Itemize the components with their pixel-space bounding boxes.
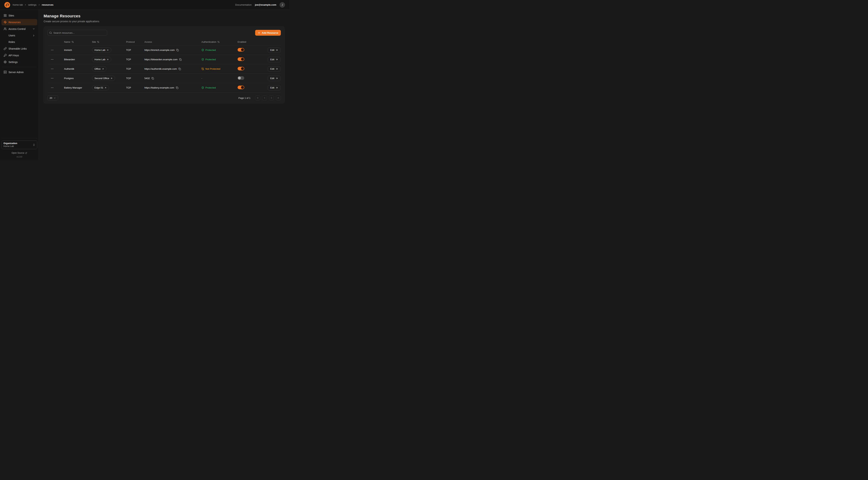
- header-name[interactable]: Name: [64, 40, 92, 43]
- enabled-toggle[interactable]: [238, 67, 244, 70]
- topbar: home-lab settings resources Documentatio…: [0, 0, 289, 10]
- site-link[interactable]: Office: [92, 66, 106, 71]
- table-row: Bitwarden Home Lab TCP https://bitwarden…: [48, 55, 281, 64]
- sidebar-item-label: Shareable Links: [8, 47, 27, 50]
- add-resource-button[interactable]: Add Resource: [255, 30, 281, 36]
- organization-label: Organization: [3, 142, 17, 145]
- shield-check-icon: [202, 49, 204, 51]
- row-menu-icon[interactable]: [51, 58, 54, 61]
- copy-icon[interactable]: [176, 49, 179, 51]
- sidebar-item-access-control[interactable]: Access Control: [1, 26, 37, 32]
- resource-name: Authentik: [64, 67, 92, 70]
- gear-icon: [4, 60, 7, 63]
- search-wrap: [48, 30, 107, 36]
- table-row: Battery Manager Edge 01 TCP https://batt…: [48, 83, 281, 92]
- copy-icon[interactable]: [151, 77, 154, 80]
- link-icon: [4, 47, 7, 50]
- row-menu-icon[interactable]: [51, 77, 54, 80]
- enabled-toggle[interactable]: [238, 86, 244, 89]
- chevrons-right-icon: [277, 97, 280, 99]
- row-menu-icon[interactable]: [51, 67, 54, 70]
- add-resource-label: Add Resource: [262, 31, 278, 34]
- chevron-down-icon: [32, 28, 35, 30]
- page-size-select[interactable]: 20: [48, 95, 58, 100]
- open-source-link[interactable]: Open Source: [1, 152, 37, 154]
- next-page-button[interactable]: [269, 95, 274, 100]
- sidebar-item-label: Server Admin: [8, 71, 24, 74]
- site-link[interactable]: Edge 01: [92, 85, 109, 90]
- chevron-right-icon: [32, 34, 35, 37]
- app-logo-icon[interactable]: [4, 2, 10, 8]
- arrow-up-right-icon: [106, 58, 109, 61]
- shield-check-icon: [202, 86, 204, 89]
- shield-check-icon: [202, 58, 204, 61]
- sidebar-item-label: Resources: [8, 21, 21, 24]
- first-page-button[interactable]: [255, 95, 260, 100]
- sidebar-item-server-admin[interactable]: Server Admin: [1, 69, 37, 75]
- edit-button[interactable]: Edit: [268, 48, 280, 53]
- copy-icon[interactable]: [179, 58, 182, 61]
- chevron-right-icon: [270, 97, 273, 99]
- copy-icon[interactable]: [176, 87, 178, 89]
- enabled-toggle[interactable]: [238, 76, 244, 80]
- resources-toolbar: Add Resource: [48, 30, 281, 36]
- resource-access: https://battery.example.com: [145, 86, 174, 89]
- enabled-toggle[interactable]: [238, 57, 244, 61]
- user-email[interactable]: joe@example.com: [255, 3, 276, 6]
- organization-picker[interactable]: Organization Home Lab: [1, 141, 37, 149]
- table-footer: 20 Page 1 of 1: [48, 92, 281, 100]
- edit-button[interactable]: Edit: [268, 57, 280, 62]
- header-access: Access: [145, 40, 202, 43]
- arrow-right-icon: [276, 58, 278, 61]
- last-page-button[interactable]: [276, 95, 281, 100]
- app-version: v1.3.0: [1, 156, 37, 158]
- arrow-right-icon: [276, 68, 278, 70]
- resource-access: https://immich.example.com: [145, 49, 175, 51]
- table-row: Immich Home Lab TCP https://immich.examp…: [48, 46, 281, 55]
- sidebar-item-api-keys[interactable]: API Keys: [1, 52, 37, 58]
- enabled-toggle[interactable]: [238, 48, 244, 52]
- sidebar-item-settings[interactable]: Settings: [1, 59, 37, 65]
- chevron-left-icon: [263, 97, 266, 99]
- avatar[interactable]: J: [280, 2, 285, 8]
- sort-icon: [71, 41, 74, 43]
- sidebar-item-roles[interactable]: Roles: [1, 39, 37, 45]
- organization-value: Home Lab: [3, 145, 17, 148]
- breadcrumb-item-settings[interactable]: settings: [28, 3, 36, 6]
- sidebar-item-label: Roles: [8, 40, 15, 43]
- edit-button[interactable]: Edit: [268, 85, 280, 90]
- sidebar-item-users[interactable]: Users: [1, 32, 37, 38]
- search-input[interactable]: [48, 30, 107, 36]
- table-row: Postgres Second Office TCP 5432 - Edit: [48, 74, 281, 83]
- sidebar-item-shareable-links[interactable]: Shareable Links: [1, 46, 37, 52]
- open-source-label: Open Source: [11, 152, 24, 154]
- copy-icon[interactable]: [178, 68, 181, 70]
- site-link[interactable]: Home Lab: [92, 57, 111, 62]
- breadcrumb: home-lab settings resources: [13, 3, 53, 6]
- row-menu-icon[interactable]: [51, 49, 54, 52]
- documentation-link[interactable]: Documentation: [235, 3, 252, 6]
- key-icon: [4, 54, 7, 57]
- resource-protocol: TCP: [126, 77, 145, 80]
- arrow-up-right-icon: [106, 49, 109, 51]
- arrow-up-right-icon: [102, 68, 104, 70]
- sidebar-bottom: Organization Home Lab Open Source v1.3.0: [1, 138, 37, 158]
- resource-protocol: TCP: [126, 86, 145, 89]
- server-icon: [4, 70, 7, 74]
- edit-button[interactable]: Edit: [268, 66, 280, 72]
- sidebar-item-sites[interactable]: Sites: [1, 12, 37, 19]
- edit-button[interactable]: Edit: [268, 76, 280, 81]
- header-site[interactable]: Site: [92, 40, 126, 43]
- site-link[interactable]: Second Office: [92, 76, 115, 81]
- arrow-up-right-icon: [111, 77, 113, 80]
- row-menu-icon[interactable]: [51, 86, 54, 89]
- sidebar-item-label: API Keys: [8, 54, 19, 57]
- header-authentication[interactable]: Authentication: [202, 40, 238, 43]
- sidebar-item-label: Users: [8, 34, 15, 37]
- breadcrumb-item-org[interactable]: home-lab: [13, 3, 23, 6]
- sidebar-item-resources[interactable]: Resources: [1, 19, 37, 25]
- arrow-right-icon: [276, 77, 278, 80]
- site-link[interactable]: Home Lab: [92, 48, 111, 53]
- prev-page-button[interactable]: [262, 95, 267, 100]
- shield-off-icon: [202, 67, 204, 70]
